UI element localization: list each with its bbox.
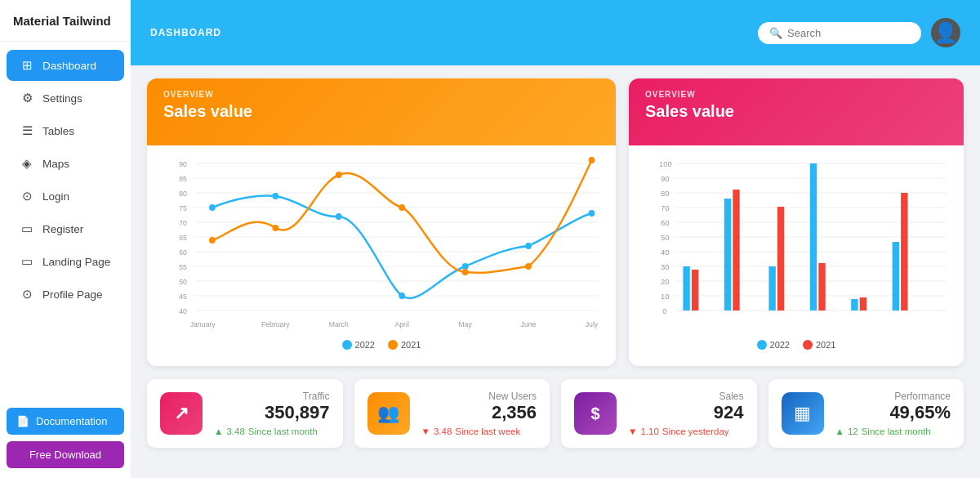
new-users-change-value: 3.48 xyxy=(434,427,452,436)
docs-icon: 📄 xyxy=(16,415,29,427)
legend-label-2022: 2022 xyxy=(355,340,375,350)
svg-text:90: 90 xyxy=(661,175,670,183)
svg-rect-76 xyxy=(901,193,907,310)
svg-text:80: 80 xyxy=(661,190,670,198)
svg-text:55: 55 xyxy=(179,263,187,271)
svg-text:May: May xyxy=(458,320,472,328)
sales-change-value: 1.10 xyxy=(640,427,658,436)
svg-point-30 xyxy=(272,225,278,231)
search-box[interactable]: 🔍 xyxy=(758,22,921,44)
bar-legend-label-2022: 2022 xyxy=(770,340,790,350)
svg-point-31 xyxy=(336,172,342,178)
svg-text:45: 45 xyxy=(179,293,187,301)
svg-rect-68 xyxy=(733,190,739,310)
sidebar-item-landing[interactable]: ▭ Landing Page xyxy=(7,246,124,277)
down-arrow-icon-sales: ▼ xyxy=(628,427,637,436)
dollar-icon: $ xyxy=(590,404,599,423)
svg-text:50: 50 xyxy=(179,278,187,286)
sidebar-label-landing: Landing Page xyxy=(42,256,110,268)
sidebar-label-settings: Settings xyxy=(42,92,82,105)
bar-chart-overview-label: OVERVIEW xyxy=(645,90,947,99)
bar-chart-icon: ▦ xyxy=(794,403,811,424)
sidebar-item-profile[interactable]: ⊙ Profile Page xyxy=(7,279,124,310)
download-button[interactable]: Free Download xyxy=(7,441,124,468)
sidebar-item-login[interactable]: ⊙ Login xyxy=(7,181,124,212)
svg-point-22 xyxy=(209,204,216,211)
bar-chart-header: OVERVIEW Sales value xyxy=(629,78,964,145)
login-icon: ⊙ xyxy=(20,189,34,203)
stat-info-traffic: Traffic 350,897 ▲ 3.48 Since last month xyxy=(214,391,330,436)
line-chart-header: OVERVIEW Sales value xyxy=(147,78,616,145)
stats-row: ↗ Traffic 350,897 ▲ 3.48 Since last mont… xyxy=(147,379,964,448)
svg-text:60: 60 xyxy=(179,248,187,257)
sidebar-nav: ⊞ Dashboard ⚙ Settings ☰ Tables ◈ Maps ⊙… xyxy=(0,42,131,398)
settings-icon: ⚙ xyxy=(20,91,34,105)
sidebar: Material Tailwind ⊞ Dashboard ⚙ Settings… xyxy=(0,0,131,478)
stat-card-traffic: ↗ Traffic 350,897 ▲ 3.48 Since last mont… xyxy=(147,379,343,448)
bar-chart-title: Sales value xyxy=(645,102,947,121)
landing-icon: ▭ xyxy=(20,254,34,269)
search-input[interactable] xyxy=(787,27,910,39)
sidebar-label-tables: Tables xyxy=(42,125,74,137)
svg-point-24 xyxy=(336,213,342,220)
new-users-label: New Users xyxy=(421,391,537,402)
svg-text:70: 70 xyxy=(179,219,187,227)
svg-text:10: 10 xyxy=(661,293,670,301)
sidebar-item-settings[interactable]: ⚙ Settings xyxy=(7,83,124,114)
traffic-label: Traffic xyxy=(214,391,330,402)
svg-point-29 xyxy=(209,237,216,243)
dashboard-icon: ⊞ xyxy=(20,58,34,73)
svg-text:80: 80 xyxy=(179,190,187,198)
bar-legend-label-2021: 2021 xyxy=(816,340,835,350)
legend-dot-2021 xyxy=(388,340,398,350)
charts-row: OVERVIEW Sales value 90 85 80 75 70 65 6… xyxy=(147,78,964,366)
sales-change-text: Since yesterday xyxy=(662,427,729,436)
svg-text:March: March xyxy=(329,320,349,328)
svg-text:June: June xyxy=(521,320,537,328)
svg-text:70: 70 xyxy=(661,204,670,212)
sidebar-item-maps[interactable]: ◈ Maps xyxy=(7,148,124,179)
sidebar-label-maps: Maps xyxy=(42,158,69,170)
bar-chart-legend: 2022 2021 xyxy=(642,337,951,356)
app-logo: Material Tailwind xyxy=(0,0,131,42)
svg-rect-71 xyxy=(810,163,817,310)
performance-value: 49,65% xyxy=(835,402,951,423)
legend-label-2021: 2021 xyxy=(401,340,421,350)
stat-icon-performance: ▦ xyxy=(782,392,824,435)
sidebar-item-register[interactable]: ▭ Register xyxy=(7,213,124,244)
up-arrow-icon-perf: ▲ xyxy=(835,427,844,436)
svg-text:July: July xyxy=(586,320,599,328)
svg-rect-67 xyxy=(724,199,731,310)
performance-label: Performance xyxy=(835,391,951,402)
svg-text:January: January xyxy=(190,320,216,328)
up-arrow-icon: ▲ xyxy=(214,427,223,436)
traffic-change-value: 3.48 xyxy=(226,427,244,436)
sidebar-item-tables[interactable]: ☰ Tables xyxy=(7,115,124,146)
svg-text:20: 20 xyxy=(661,278,670,286)
svg-text:40: 40 xyxy=(661,248,670,257)
profile-icon: ⊙ xyxy=(20,287,34,302)
svg-rect-72 xyxy=(818,263,825,310)
bar-chart-card: OVERVIEW Sales value 100 90 80 70 60 50 … xyxy=(629,78,964,366)
svg-text:90: 90 xyxy=(179,160,187,168)
docs-button[interactable]: 📄 Documentation xyxy=(7,408,124,435)
trend-up-icon: ↗ xyxy=(174,403,189,424)
sidebar-label-profile: Profile Page xyxy=(42,288,103,301)
sidebar-label-dashboard: Dashboard xyxy=(42,60,96,72)
line-chart-card: OVERVIEW Sales value 90 85 80 75 70 65 6… xyxy=(147,78,616,366)
legend-2022: 2022 xyxy=(342,340,375,350)
svg-rect-75 xyxy=(893,242,899,310)
content-area: OVERVIEW Sales value 90 85 80 75 70 65 6… xyxy=(131,65,980,478)
traffic-change: ▲ 3.48 Since last month xyxy=(214,427,330,436)
line-chart-svg: 90 85 80 75 70 65 60 55 50 45 40 xyxy=(160,154,603,333)
svg-text:April: April xyxy=(394,320,408,328)
svg-point-32 xyxy=(399,204,405,211)
svg-text:50: 50 xyxy=(661,234,670,242)
sidebar-item-dashboard[interactable]: ⊞ Dashboard xyxy=(7,50,124,81)
svg-text:60: 60 xyxy=(661,219,670,227)
new-users-value: 2,356 xyxy=(421,402,537,423)
svg-text:65: 65 xyxy=(179,234,187,242)
bar-chart-body: 100 90 80 70 60 50 40 30 20 10 0 xyxy=(629,145,964,366)
avatar[interactable]: 👤 xyxy=(931,18,960,47)
bar-legend-dot-2022 xyxy=(757,340,767,350)
